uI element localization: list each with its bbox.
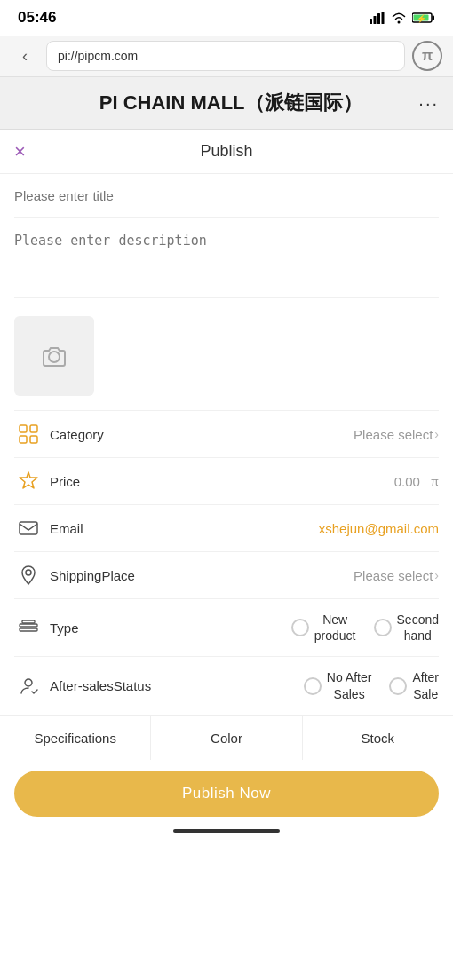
type-row: Type Newproduct Secondhand <box>14 599 439 657</box>
address-bar: ‹ π <box>0 36 453 77</box>
category-chevron: › <box>434 427 439 441</box>
svg-rect-0 <box>370 19 372 24</box>
svg-point-20 <box>25 679 32 686</box>
svg-rect-6 <box>433 16 435 20</box>
after-sales-label: After-salesStatus <box>50 678 297 693</box>
svg-marker-14 <box>20 472 37 488</box>
app-header: PI CHAIN MALL（派链国际） ··· <box>0 77 453 130</box>
email-row[interactable]: Email xshejun@gmail.com <box>14 505 439 552</box>
tab-stock[interactable]: Stock <box>303 716 453 760</box>
shipping-chevron: › <box>434 568 439 582</box>
svg-point-16 <box>26 570 31 575</box>
svg-rect-13 <box>30 436 37 443</box>
back-button[interactable]: ‹ <box>11 42 39 70</box>
type-new-radio[interactable] <box>291 619 309 636</box>
url-input[interactable] <box>46 41 405 71</box>
svg-rect-1 <box>374 16 377 24</box>
after-sales-row: After-salesStatus No AfterSales AfterSal… <box>14 657 439 715</box>
type-used-radio[interactable] <box>374 619 392 636</box>
pi-icon: π <box>422 48 433 64</box>
battery-icon: ⚡ <box>412 12 435 24</box>
app-title: PI CHAIN MALL（派链国际） <box>43 90 418 116</box>
svg-rect-15 <box>20 522 37 534</box>
after-sales-no-option[interactable]: No AfterSales <box>304 669 372 701</box>
after-sales-yes-label: AfterSale <box>412 669 439 701</box>
price-row[interactable]: Price 0.00 π <box>14 458 439 505</box>
bottom-tabs: Specifications Color Stock <box>0 715 453 760</box>
svg-rect-11 <box>30 425 37 432</box>
svg-rect-10 <box>20 425 27 432</box>
category-label: Category <box>50 427 354 442</box>
after-sales-yes-option[interactable]: AfterSale <box>389 669 439 701</box>
email-icon <box>14 518 43 539</box>
form-content: Category Please select › Price 0.00 π Em… <box>0 174 453 715</box>
pi-button[interactable]: π <box>412 41 442 71</box>
svg-rect-19 <box>22 620 35 623</box>
shipping-icon <box>14 565 43 586</box>
camera-icon <box>40 342 68 370</box>
tab-specifications[interactable]: Specifications <box>0 716 151 760</box>
shipping-label: ShippingPlace <box>50 568 354 583</box>
after-sales-no-radio[interactable] <box>304 677 322 695</box>
status-bar: 05:46 ⚡ <box>0 0 453 36</box>
status-time: 05:46 <box>18 9 56 27</box>
email-label: Email <box>50 521 319 536</box>
status-icons: ⚡ <box>370 12 435 24</box>
image-upload-area <box>14 302 439 411</box>
shipping-row[interactable]: ShippingPlace Please select › <box>14 552 439 599</box>
type-label: Type <box>50 620 284 636</box>
category-icon <box>14 423 43 445</box>
email-value: xshejun@gmail.com <box>319 521 439 536</box>
description-input[interactable] <box>14 218 439 298</box>
after-sales-yes-radio[interactable] <box>389 677 407 695</box>
svg-text:⚡: ⚡ <box>417 13 427 24</box>
tab-color[interactable]: Color <box>151 716 302 760</box>
svg-point-4 <box>398 21 401 24</box>
after-sales-no-label: No AfterSales <box>327 669 372 701</box>
signal-icon <box>370 12 385 24</box>
home-indicator <box>173 829 280 833</box>
price-value: 0.00 π <box>394 474 439 489</box>
type-new-label: Newproduct <box>314 612 356 644</box>
category-value: Please select <box>354 427 433 442</box>
after-sales-options: No AfterSales AfterSale <box>304 669 439 701</box>
price-icon <box>14 470 43 492</box>
wifi-icon <box>391 12 407 24</box>
svg-point-9 <box>49 352 60 362</box>
svg-rect-2 <box>378 13 380 24</box>
publish-header-title: Publish <box>200 142 252 161</box>
more-button[interactable]: ··· <box>418 93 439 114</box>
type-icon <box>14 617 43 638</box>
publish-header: × Publish <box>0 130 453 174</box>
svg-rect-18 <box>20 628 37 631</box>
type-options: Newproduct Secondhand <box>291 612 439 644</box>
close-button[interactable]: × <box>14 142 26 162</box>
title-input[interactable] <box>14 174 439 218</box>
after-sales-icon <box>14 676 43 697</box>
shipping-value: Please select <box>354 568 433 583</box>
svg-rect-12 <box>20 436 27 443</box>
type-new-option[interactable]: Newproduct <box>291 612 356 644</box>
svg-rect-3 <box>382 12 385 24</box>
category-row[interactable]: Category Please select › <box>14 411 439 458</box>
type-used-label: Secondhand <box>397 612 439 644</box>
svg-rect-17 <box>20 624 37 627</box>
image-upload-button[interactable] <box>14 316 94 396</box>
publish-now-button[interactable]: Publish Now <box>14 771 439 817</box>
type-used-option[interactable]: Secondhand <box>374 612 439 644</box>
price-label: Price <box>50 474 394 489</box>
price-unit: π <box>431 475 439 488</box>
